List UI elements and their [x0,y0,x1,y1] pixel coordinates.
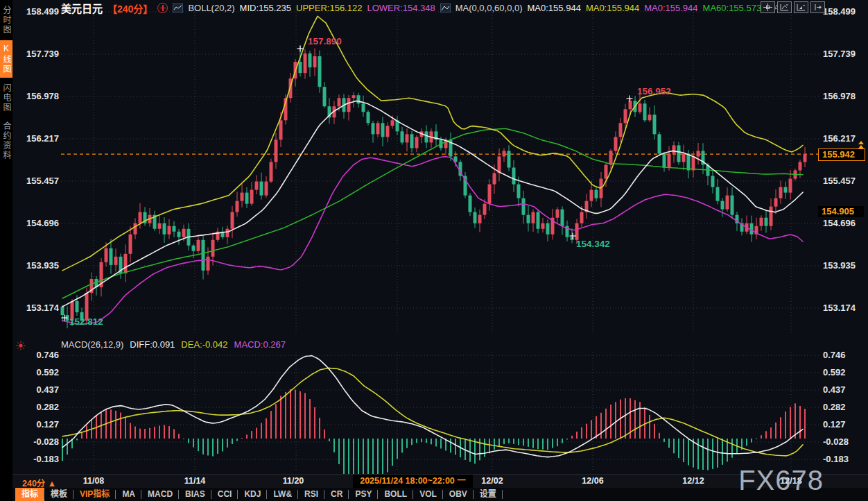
macd-dea-value: DEA:-0.042 [181,339,227,350]
annotation-swing-low-price: 154.342 [576,239,610,249]
toolbar-tab-2[interactable]: VIP指标 [73,488,116,501]
macd-header: MACD(26,12,9) DIFF:0.091 DEA:-0.042 MACD… [61,339,286,350]
ma-label: MA(0,0,0,60,0,0) [455,3,523,13]
chart-canvas[interactable] [0,0,868,501]
macd-axis-right-label: -0.183 [823,454,849,464]
toolbar-tab-6[interactable]: CCI [211,488,238,501]
crosshair-date-readout: 2025/11/24 18:00~22:00 一 [353,475,473,488]
time-axis-date: 12/02 [481,476,503,486]
macd-axis-right-label: 0.746 [823,350,846,360]
macd-axis-left-label: -0.183 [20,454,59,464]
indicator-marker-icon [16,341,26,350]
sidebar-tab-0[interactable]: 分时图 [0,2,12,38]
macd-axis-right-label: 0.437 [823,384,846,395]
sidebar-tab-3[interactable]: 合约资料 [0,118,12,164]
price-axis-left-label: 155.457 [20,176,59,186]
macd-axis-right-label: 0.127 [823,419,846,430]
boll-lower-line [62,157,803,325]
toolbar-tab-11[interactable]: PSY [349,488,378,501]
price-axis-left-label: 153.935 [20,260,59,271]
macd-axis-right-label: -0.028 [823,436,849,447]
price-up-arrow-icon [858,141,865,149]
toolbar-tab-15[interactable]: 设置 [474,488,503,501]
zoom-in-chart-icon[interactable] [777,1,792,13]
macd-diff-value: DIFF:0.091 [130,339,175,350]
add-indicator-icon[interactable] [157,3,168,13]
annotation-high-price: 157.890 [308,36,342,46]
chart-header: 美元日元 【240分】 BOLL(20,2) MID:155.235 UPPER… [61,2,787,14]
time-axis-date: 11/20 [283,476,304,486]
price-axis-right-label: 155.457 [823,176,856,186]
toolbar-tab-4[interactable]: MACD [141,488,179,501]
watermark-logo: FX678 [738,466,824,494]
toolbar-tab-10[interactable]: CR [324,488,349,501]
toolbar-tab-14[interactable]: OBV [443,488,474,501]
grid [61,7,821,470]
macd-axis-left-label: 0.127 [20,419,59,430]
current-price-badge: 155.942 [818,148,865,161]
price-axis-left-label: 157.739 [20,49,59,59]
toolbar-tab-13[interactable]: VOL [413,488,443,501]
ma0-magenta-value: MA0:155.944 [644,3,697,13]
macd-macd-value: MACD:0.267 [234,339,286,350]
price-axis-right-label: 156.978 [823,91,856,101]
price-axis-right-label: 153.174 [823,303,856,313]
left-sidebar: 分时图K线图闪电图合约资料 [0,0,12,501]
zoom-out-chart-icon[interactable] [794,1,808,13]
macd-axis-right-label: 0.282 [823,402,846,412]
boll-label: BOLL(20,2) [188,3,234,13]
symbol-title: 美元日元 [61,1,103,15]
price-axis-right-label: 157.739 [823,49,856,59]
boll-chart-icon[interactable] [173,3,183,12]
boll-mid-value: MID:155.235 [240,3,291,13]
crosshair-tool-icon[interactable] [761,1,775,13]
price-axis-left-label: 158.499 [20,6,59,17]
toolbar-tab-8[interactable]: LW& [267,488,298,501]
secondary-price-badge: 154.905 [818,206,864,217]
price-axis-left-label: 156.217 [20,133,59,144]
macd-axis-left-label: 0.592 [20,367,59,377]
sidebar-tab-2[interactable]: 闪电图 [0,80,12,116]
ma60-value: MA60:155.573 [703,3,762,13]
macd-axis-left-label: -0.028 [20,436,59,447]
crosshair-markers [62,46,633,321]
annotation-period-low-price: 152.812 [69,316,103,327]
price-axis-right-label: 158.499 [823,6,856,17]
price-axis-right-label: 153.935 [823,260,856,271]
boll-upper-value: UPPER:156.122 [296,3,362,13]
boll-lower-value: LOWER:154.348 [367,3,435,13]
macd-dea-line [62,368,803,456]
price-axis-right-label: 156.217 [823,133,856,144]
macd-axis-left-label: 0.746 [20,350,59,360]
ma-chart-icon[interactable] [440,3,451,12]
collapse-panel-icon[interactable] [810,1,825,13]
macd-axis-left-label: 0.282 [20,402,59,412]
time-axis-date: 11/08 [83,476,105,486]
toolbar-tab-3[interactable]: MA [116,488,141,501]
sidebar-tab-1[interactable]: K线图 [0,40,12,78]
time-axis-date: 12/06 [582,476,603,486]
toolbar-tab-1[interactable]: 模板 [44,488,73,501]
app-window: { "header": { "symbol": "美元日元", "period"… [0,0,868,501]
time-axis-date: 11/14 [184,476,206,486]
macd-axis-left-label: 0.437 [20,384,59,395]
annotation-swing-high-price: 156.952 [637,86,671,96]
time-axis-date: 12/12 [682,476,704,486]
price-axis-left-label: 154.696 [20,218,59,228]
toolbar-tab-7[interactable]: KDJ [238,488,267,501]
ma0-white-value: MA0:155.944 [528,3,581,13]
price-axis-left-label: 153.174 [20,303,59,313]
macd-label: MACD(26,12,9) [61,339,123,350]
price-axis-right-label: 154.696 [823,218,856,228]
toolbar-tab-9[interactable]: RSI [298,488,324,501]
chart-toolbar-icons [761,1,825,13]
price-axis-left-label: 156.978 [20,91,59,101]
toolbar-tab-5[interactable]: BIAS [179,488,211,501]
ma0-yellow-value: MA0:155.944 [586,3,639,13]
period-selector[interactable]: 【240分】 [107,1,153,15]
toolbar-tab-12[interactable]: BOLL [378,488,413,501]
toolbar-tab-0[interactable]: 指标 [15,488,44,501]
macd-axis-right-label: 0.592 [823,367,846,377]
candles [61,46,807,328]
